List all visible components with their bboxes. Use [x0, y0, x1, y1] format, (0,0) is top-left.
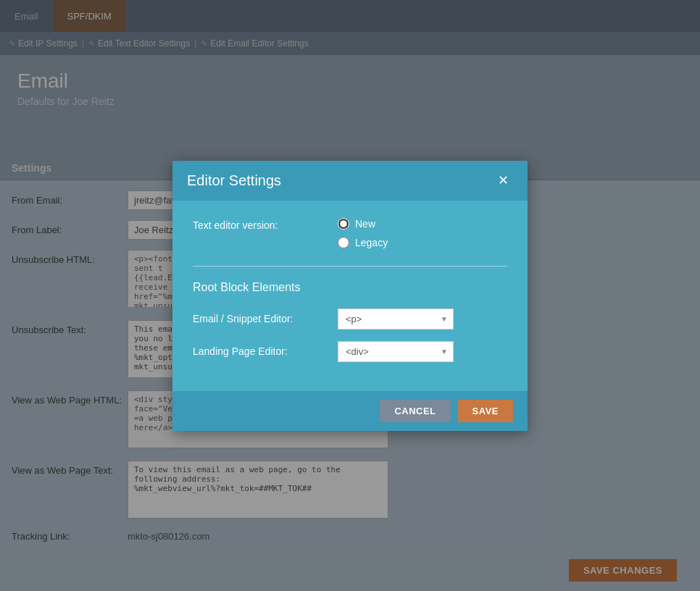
modal-title: Editor Settings: [187, 172, 281, 189]
landing-page-row: Landing Page Editor: <div> <p> <span>: [193, 341, 507, 362]
root-block-title: Root Block Elements: [193, 281, 507, 294]
email-snippet-select-wrapper: <p> <div> <span>: [338, 309, 454, 330]
editor-settings-modal: Editor Settings ✕ Text editor version: N…: [172, 161, 528, 431]
landing-page-select[interactable]: <div> <p> <span>: [338, 341, 454, 362]
email-snippet-row: Email / Snippet Editor: <p> <div> <span>: [193, 309, 507, 330]
radio-new-input[interactable]: [338, 218, 349, 230]
radio-legacy-label: Legacy: [355, 237, 388, 248]
text-version-label: Text editor version:: [193, 218, 338, 231]
section-divider: [193, 266, 507, 267]
text-version-row: Text editor version: New Legacy: [193, 218, 507, 248]
modal-overlay: Editor Settings ✕ Text editor version: N…: [0, 0, 700, 591]
modal-header: Editor Settings ✕: [172, 161, 528, 201]
landing-page-select-wrapper: <div> <p> <span>: [338, 341, 454, 362]
email-snippet-select[interactable]: <p> <div> <span>: [338, 309, 454, 330]
modal-close-button[interactable]: ✕: [493, 172, 513, 188]
radio-new-label: New: [355, 218, 375, 230]
cancel-button[interactable]: CANCEL: [380, 400, 450, 422]
modal-body: Text editor version: New Legacy Root Blo…: [172, 201, 528, 391]
version-options: New Legacy: [338, 218, 388, 248]
radio-legacy-option[interactable]: Legacy: [338, 237, 388, 248]
landing-page-label: Landing Page Editor:: [193, 345, 338, 357]
save-button[interactable]: SAVE: [458, 400, 513, 422]
radio-new-option[interactable]: New: [338, 218, 388, 230]
email-snippet-label: Email / Snippet Editor:: [193, 313, 338, 324]
modal-footer: CANCEL SAVE: [172, 391, 528, 431]
radio-legacy-input[interactable]: [338, 237, 349, 248]
